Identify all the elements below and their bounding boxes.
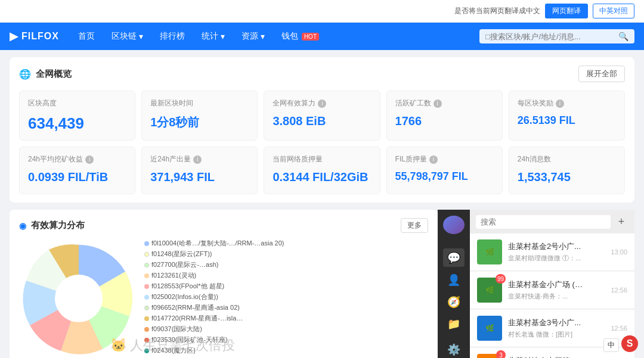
panel-add-button[interactable]: + (614, 214, 628, 229)
info-icon-fil[interactable]: i (429, 155, 438, 164)
stat-value-time: 1分8秒前 (150, 114, 249, 130)
sidebar-contacts-icon[interactable]: 👤 (443, 270, 465, 289)
chevron-down-icon: ▾ (139, 32, 143, 41)
stat-messages: 24h消息数 1,533,745 (509, 147, 625, 194)
lang-badge: 中 (603, 338, 619, 352)
chevron-down-icon2: ▾ (221, 32, 225, 41)
translate-question: 是否将当前网页翻译成中文 (454, 6, 540, 16)
chat-time-1: 12:56 (611, 287, 627, 294)
stat-block-time: 最新区块时间 1分8秒前 (141, 91, 258, 141)
chat-avatar-1: 🌿 99 (477, 278, 502, 303)
stats-row-1: 区块高度 634,439 最新区块时间 1分8秒前 全网有效算力 i 3.808… (19, 91, 625, 141)
stat-mining-yield: 24h平均挖矿收益 i 0.0939 FIL/TiB (19, 147, 135, 194)
label-item-6: f096652(RRM-星商通-asia 02) (144, 303, 428, 312)
translate-button[interactable]: 网页翻译 (545, 4, 588, 18)
color-dot-3 (144, 273, 149, 278)
nav-home[interactable]: 首页 (71, 23, 102, 50)
stat-label-time: 最新区块时间 (150, 98, 249, 108)
color-dot-9 (144, 338, 149, 343)
chat-panel-wrapper: 💬 👤 🧭 📁 ⚙️ + 🌿 韭菜村基金2号小 (438, 210, 634, 358)
stats-row-2: 24h平均挖矿收益 i 0.0939 FIL/TiB 近24h产出量 i 371… (19, 147, 625, 194)
more-button[interactable]: 更多 (401, 218, 428, 233)
chat-name-0: 韭菜村基金2号小广... (508, 241, 605, 252)
chat-item-0[interactable]: 🌿 韭菜村基金2号小广... 韭菜村助理微微微 ①：... 13:00 (470, 234, 634, 271)
color-dot-7 (144, 316, 149, 321)
stat-value-pledge: 0.3144 FIL/32GiB (273, 170, 371, 184)
nav-wallet[interactable]: 钱包 HOT (274, 23, 326, 50)
color-dot-0 (144, 241, 149, 246)
stat-output: 近24h产出量 i 371,943 FIL (141, 147, 258, 194)
nav-logo[interactable]: ▶ FILFOX (10, 30, 59, 43)
nav-blockchain[interactable]: 区块链 ▾ (104, 23, 150, 50)
nav-search-bar: 🔍 (479, 29, 634, 43)
stat-label-miners: 活跃矿工数 i (395, 98, 494, 108)
sidebar-chat-icon[interactable]: 💬 (443, 248, 465, 267)
chevron-down-icon3: ▾ (261, 32, 265, 41)
info-icon-reward[interactable]: i (556, 99, 564, 108)
navbar: ▶ FILFOX 首页 区块链 ▾ 排行榜 统计 ▾ 资源 ▾ 钱包 HOT 🔍 (0, 23, 644, 50)
label-item-7: f0147720(RRM-星商通-…isla… (144, 314, 428, 323)
stat-value-reward: 26.5139 FIL (518, 114, 616, 127)
chart-header: ◉ 有效算力分布 更多 (19, 218, 428, 233)
nav-stats[interactable]: 统计 ▾ (194, 23, 232, 50)
stat-label-pledge: 当前网络质押量 (273, 154, 371, 164)
chat-preview-0: 韭菜村助理微微微 ①：... (508, 254, 605, 263)
overview-title: 🌐 全网概览 (19, 69, 72, 80)
stat-value-messages: 1,533,745 (518, 170, 616, 184)
label-item-1: f01248(星际云(ZFT)) (144, 250, 428, 259)
lang-toggle-button[interactable]: 中英对照 (593, 4, 634, 18)
chat-name-2: 韭菜村基金3号小广... (508, 317, 605, 328)
stat-label-reward: 每区块奖励 i (518, 98, 616, 108)
stat-label-power: 全网有效算力 i (273, 98, 371, 108)
nav-resources[interactable]: 资源 ▾ (234, 23, 272, 50)
color-dot-8 (144, 327, 149, 332)
expand-button[interactable]: 展开全部 (578, 66, 625, 82)
globe-icon: 🌐 (19, 69, 31, 80)
hot-badge: HOT (302, 33, 319, 41)
search-icon: 🔍 (618, 32, 628, 41)
color-dot-4 (144, 284, 149, 289)
label-item-8: f09037(国际大陆) (144, 325, 428, 334)
chat-time-2: 12:56 (611, 325, 627, 332)
panel-search-input[interactable] (476, 215, 611, 229)
stat-value-miners: 1766 (395, 114, 494, 128)
chat-info-1: 韭菜村基金小广场 (… 韭菜村快递·商务：... (508, 279, 605, 301)
stat-value-power: 3.808 EiB (273, 114, 371, 128)
chat-info-0: 韭菜村基金2号小广... 韭菜村助理微微微 ①：... (508, 241, 605, 263)
chat-name-3: 韭菜村扶农大厦第12... (508, 356, 605, 358)
stat-value-output: 371,943 FIL (150, 170, 249, 184)
label-item-4: f0128553(FPool*他 超星) (144, 282, 428, 291)
sidebar-settings-icon[interactable]: ⚙️ (443, 340, 465, 358)
panel-search-bar: + (470, 210, 634, 234)
label-item-9: f023530(国际矿池-天轩座) (144, 335, 428, 344)
sidebar-files-icon[interactable]: 📁 (443, 315, 465, 333)
stat-label-yield: 24h平均挖矿收益 i (28, 154, 126, 164)
panel-sidebar: 💬 👤 🧭 📁 ⚙️ (438, 210, 470, 358)
info-icon-output[interactable]: i (193, 155, 202, 164)
label-item-10: f02438(魔力区) (144, 346, 428, 355)
chat-avatar-0: 🌿 (477, 239, 502, 264)
stat-value-height: 634,439 (28, 114, 126, 133)
stat-fil-locked: FIL质押量 i 55,798,797 FIL (386, 147, 503, 194)
chat-avatar-2: 🌿 (477, 316, 502, 341)
color-dot-2 (144, 263, 149, 267)
pie-chart (19, 239, 138, 358)
chat-item-1[interactable]: 🌿 99 韭菜村基金小广场 (… 韭菜村快递·商务：... 12:56 (470, 272, 634, 309)
logo-icon: ▶ (10, 30, 18, 43)
info-icon-yield[interactable]: i (85, 155, 94, 164)
label-item-2: f027700(星际云-…ash) (144, 260, 428, 269)
stat-reward: 每区块奖励 i 26.5139 FIL (509, 91, 625, 141)
chat-preview-1: 韭菜村快递·商务：... (508, 292, 605, 301)
logo-text: FILFOX (21, 31, 59, 42)
user-avatar (443, 216, 465, 234)
nav-ranking[interactable]: 排行榜 (153, 23, 192, 50)
info-icon-power[interactable]: i (318, 99, 326, 108)
search-input[interactable] (485, 32, 615, 41)
pie-icon: ◉ (19, 221, 26, 231)
overview-header: 🌐 全网概览 展开全部 (19, 66, 625, 82)
badge-1: 99 (496, 274, 506, 284)
info-icon-miners[interactable]: i (434, 99, 442, 108)
sidebar-explore-icon[interactable]: 🧭 (443, 292, 465, 311)
svg-point-1 (55, 275, 103, 322)
badge-3: 3 (496, 350, 506, 358)
